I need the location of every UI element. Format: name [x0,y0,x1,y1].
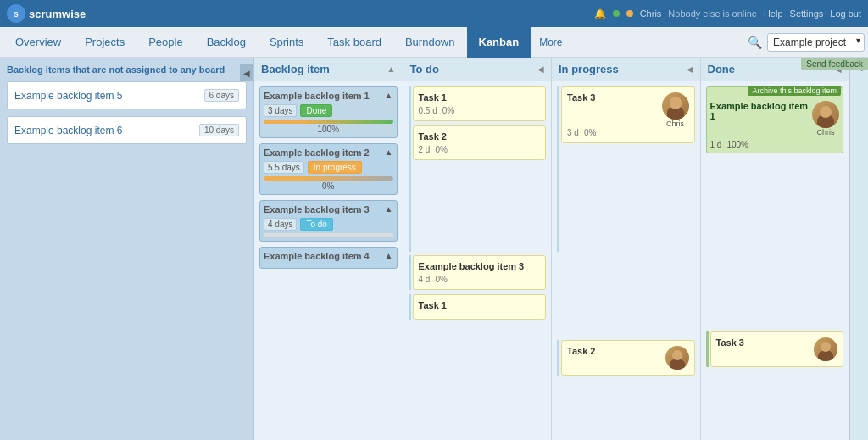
backlog-group-header: Example backlog item 4 ▲ [264,251,393,261]
col-body-inprogress: Task 3 Chris 3 d 0% [552,81,700,440]
task-title: Task 3 [567,92,595,103]
nav-taskboard[interactable]: Task board [315,27,393,58]
project-select-wrap: Example project [767,33,865,52]
list-item: Example backlog item 5 6 days [7,81,247,109]
online-status: Nobody else is online [668,8,757,19]
col-collapse-inprogress[interactable]: ◀ [687,64,693,74]
task-title: Task 1 [419,300,541,310]
avatar-label: Chris [812,128,839,136]
done-card-title: Example backlog item 1 [710,101,813,121]
bell-icon[interactable]: 🔔 [594,8,606,19]
backlog-group: Example backlog item 1 ▲ 3 days Done 100… [259,86,398,138]
kanban-area: Backlog item ▲ Example backlog item 1 ▲ … [254,58,868,440]
main-nav: Overview Projects People Backlog Sprints… [0,27,868,58]
progress-bar-wrap [264,120,393,124]
task-card: Task 2 [561,340,695,376]
avatar-label: Chris [662,120,689,128]
settings-link[interactable]: Settings [790,8,824,19]
group-collapse-icon[interactable]: ▲ [385,251,393,261]
backlog-item-days: 6 days [204,89,239,102]
backlog-group-footer: 5.5 days In progress [264,161,393,174]
col-header-backlog: Backlog item ▲ [254,58,403,81]
group-collapse-icon[interactable]: ▲ [385,148,393,158]
group-status: In progress [308,161,362,174]
done-card: Archive this backlog item Example backlo… [706,86,844,153]
task-card: Task 1 [413,294,547,320]
task-time: 2 d [419,145,431,154]
task-footer: 3 d 0% [567,128,689,137]
task-time: 0.5 d [419,106,437,115]
col-collapse-todo[interactable]: ◀ [537,64,544,74]
task-card: Task 3 [710,331,844,367]
nav-burndown[interactable]: Burndown [393,27,467,58]
group-days: 5.5 days [264,161,304,174]
help-link[interactable]: Help [764,8,783,19]
archive-button[interactable]: Archive this backlog item [748,86,841,96]
task-pct: 0% [584,128,596,137]
group-name: Example backlog item 1 [264,91,370,101]
group-name: Example backlog item 3 [264,204,370,214]
col-title-backlog: Backlog item [261,63,330,75]
logout-link[interactable]: Log out [830,8,861,19]
backlog-group: Example backlog item 2 ▲ 5.5 days In pro… [259,143,398,195]
progress-bar-wrap [264,176,393,181]
backlog-item-days: 10 days [199,124,239,136]
task-pct: 0% [442,106,454,115]
group-collapse-icon[interactable]: ▲ [385,91,393,101]
send-feedback-btn[interactable]: Send feedback [801,58,868,70]
nav-kanban[interactable]: Kanban [467,27,531,58]
kanban-col-inprogress: In progress ◀ Task 3 [552,58,701,440]
group-days: 3 days [264,104,297,117]
task-title: Task 1 [419,92,541,103]
col-body-todo: Task 1 0.5 d 0% Task 2 2 d 0% [403,81,552,440]
group-name: Example backlog item 4 [264,251,370,261]
right-edge: ◀ [849,58,868,440]
status-dot [613,10,620,17]
task-footer: 2 d 0% [419,145,541,154]
sidebar: Backlog items that are not assigned to a… [0,58,254,440]
group-days: 4 days [264,218,297,231]
done-pct: 100% [726,140,748,149]
logo[interactable]: s scrumwise [7,4,86,23]
group-name: Example backlog item 2 [264,148,370,158]
kanban-col-done: Done ◀ Archive this backlog item Example… [701,58,850,440]
backlog-group-footer: 3 days Done [264,104,393,117]
content-area: Backlog items that are not assigned to a… [0,58,868,440]
avatar: Chris [662,92,689,128]
backlog-group-footer: 4 days To do [264,218,393,231]
sidebar-collapse-btn[interactable]: ◀ [240,64,253,81]
col-body-backlog: Example backlog item 1 ▲ 3 days Done 100… [254,81,403,440]
backlog-group-header: Example backlog item 2 ▲ [264,148,393,158]
nav-overview[interactable]: Overview [3,27,73,58]
col-title-inprogress: In progress [559,63,619,75]
top-bar: s scrumwise 🔔 Chris Nobody else is onlin… [0,0,868,27]
avatar: Chris [812,101,839,136]
progress-bar [264,176,393,181]
col-header-todo: To do ◀ [403,58,552,81]
project-select[interactable]: Example project [767,33,865,52]
user-name[interactable]: Chris [640,8,662,19]
task-title: Task 2 [567,346,595,356]
task-title: Example backlog item 3 [419,261,541,271]
task-title: Task 3 [716,337,744,348]
nav-projects[interactable]: Projects [73,27,136,58]
group-collapse-icon[interactable]: ▲ [385,204,393,214]
pct-label: 0% [264,181,393,191]
task-card: Example backlog item 3 4 d 0% [413,255,547,290]
nav-people[interactable]: People [136,27,194,58]
done-footer: 1 d 100% [710,140,840,149]
backlog-item-name: Example backlog item 6 [14,125,122,136]
col-header-inprogress: In progress ◀ [552,58,700,81]
col-collapse-backlog[interactable]: ▲ [387,64,396,74]
task-time: 4 d [419,275,431,284]
avatar [814,337,837,361]
nav-backlog[interactable]: Backlog [195,27,258,58]
search-button[interactable]: 🔍 [748,36,762,49]
pct-label: 100% [264,125,393,134]
task-card: Task 2 2 d 0% [413,125,547,160]
avatar [665,346,689,370]
nav-sprints[interactable]: Sprints [258,27,315,58]
backlog-item-name: Example backlog item 5 [14,90,122,102]
nav-more[interactable]: More [531,30,570,55]
backlog-group: Example backlog item 3 ▲ 4 days To do [259,200,398,242]
